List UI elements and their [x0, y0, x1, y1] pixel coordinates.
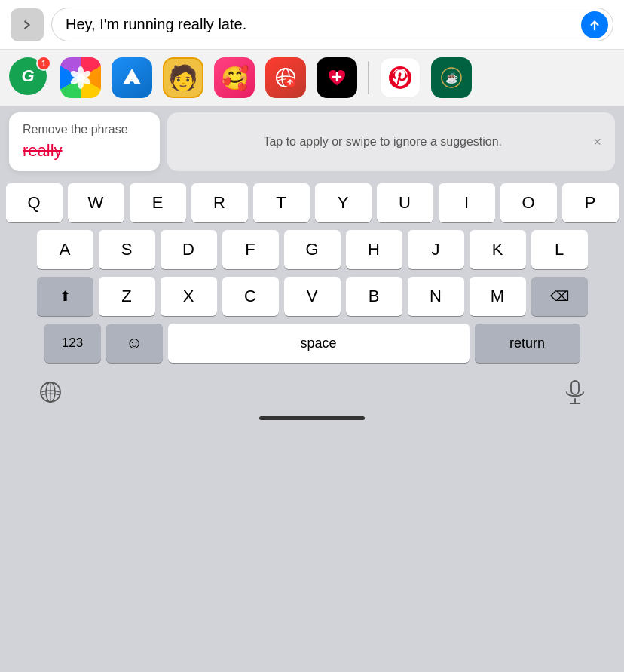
app-icon-memoji[interactable]: 🧑 [163, 57, 203, 98]
message-bar: Hey, I'm running really late. [0, 0, 624, 50]
key-t[interactable]: T [253, 183, 310, 222]
key-n[interactable]: N [408, 277, 464, 316]
suggestion-tooltip-text: Tap to apply or swipe to ignore a sugges… [181, 133, 584, 150]
keyboard-row-1: Q W E R T Y U I O P [3, 183, 621, 222]
return-key[interactable]: return [475, 324, 580, 363]
key-y[interactable]: Y [315, 183, 372, 222]
app-icon-appstore[interactable] [112, 57, 152, 98]
key-e[interactable]: E [130, 183, 186, 222]
suggestion-area: Remove the phrase really Tap to apply or… [0, 106, 624, 177]
key-h[interactable]: H [346, 230, 402, 269]
key-a[interactable]: A [37, 230, 93, 269]
app-icon-emoji[interactable]: 🥰 [214, 57, 255, 98]
app-icon-photos[interactable] [60, 57, 101, 98]
back-button[interactable] [11, 8, 44, 41]
suggestion-tooltip: Tap to apply or swipe to ignore a sugges… [167, 112, 615, 171]
space-key[interactable]: space [168, 324, 470, 363]
keyboard: Q W E R T Y U I O P A S D F G H J K L ⬆ … [0, 177, 624, 373]
svg-rect-18 [571, 381, 579, 394]
home-bar [0, 413, 624, 426]
send-button[interactable] [581, 11, 608, 38]
key-f[interactable]: F [222, 230, 279, 269]
shift-key[interactable]: ⬆ [37, 277, 93, 316]
svg-text:☕: ☕ [445, 72, 459, 84]
suggestion-word: really [23, 141, 146, 161]
key-w[interactable]: W [68, 183, 124, 222]
app-row: G 1 🧑 🥰 [0, 50, 624, 106]
key-l[interactable]: L [531, 230, 588, 269]
app-icon-pinterest[interactable] [380, 57, 421, 98]
emoji-key[interactable]: ☺ [106, 324, 163, 363]
app-icon-heartcross[interactable] [317, 57, 357, 98]
key-r[interactable]: R [191, 183, 248, 222]
keyboard-row-2: A S D F G H J K L [3, 230, 621, 269]
key-p[interactable]: P [562, 183, 619, 222]
numbers-key[interactable]: 123 [44, 324, 101, 363]
key-c[interactable]: C [222, 277, 279, 316]
app-icon-starbucks[interactable]: ☕ [431, 57, 472, 98]
key-k[interactable]: K [470, 230, 526, 269]
key-u[interactable]: U [377, 183, 433, 222]
svg-point-6 [77, 74, 84, 81]
keyboard-row-4: 123 ☺ space return [3, 324, 621, 363]
key-s[interactable]: S [99, 230, 155, 269]
mic-icon[interactable] [564, 379, 586, 410]
keyboard-row-3: ⬆ Z X C V B N M ⌫ [3, 277, 621, 316]
key-b[interactable]: B [346, 277, 402, 316]
key-i[interactable]: I [439, 183, 495, 222]
close-tooltip-button[interactable]: × [593, 134, 601, 150]
key-x[interactable]: X [161, 277, 217, 316]
key-q[interactable]: Q [6, 183, 63, 222]
key-d[interactable]: D [161, 230, 217, 269]
key-g[interactable]: G [284, 230, 341, 269]
grammarly-badge: 1 [36, 56, 51, 71]
suggestion-card[interactable]: Remove the phrase really [9, 112, 160, 171]
bottom-bar [0, 373, 624, 413]
key-j[interactable]: J [408, 230, 464, 269]
message-input[interactable]: Hey, I'm running really late. [51, 8, 613, 41]
grammarly-icon[interactable]: G 1 [9, 57, 50, 98]
suggestion-title: Remove the phrase [23, 123, 146, 137]
backspace-key[interactable]: ⌫ [531, 277, 588, 316]
home-indicator [259, 416, 365, 420]
globe-icon[interactable] [38, 379, 63, 410]
key-v[interactable]: V [284, 277, 341, 316]
key-m[interactable]: M [470, 277, 526, 316]
app-icon-search[interactable] [265, 57, 306, 98]
key-z[interactable]: Z [99, 277, 155, 316]
key-o[interactable]: O [500, 183, 557, 222]
divider [368, 61, 369, 94]
